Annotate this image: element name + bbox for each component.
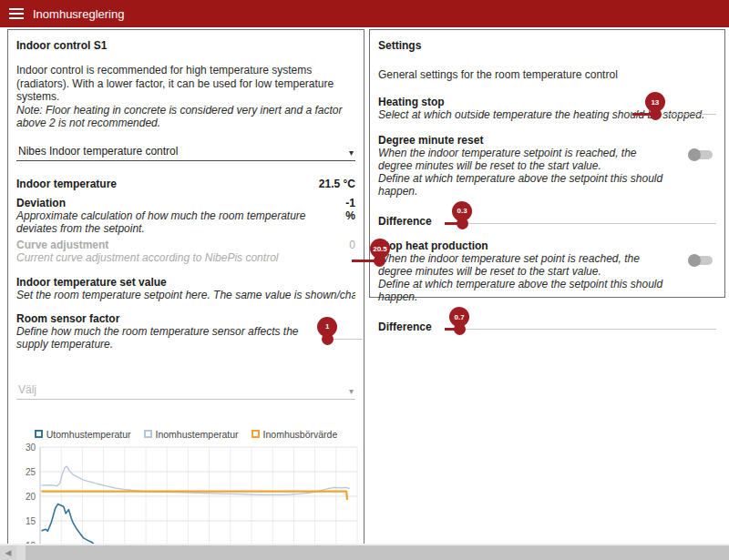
- degree-minute-reset-row: Degree minute reset When the indoor temp…: [378, 134, 716, 199]
- room-sensor-factor-slider[interactable]: 1: [323, 339, 363, 341]
- control-mode-value: Nibes Indoor temperature control: [18, 145, 178, 158]
- degree-minute-reset-label: Degree minute reset: [378, 134, 673, 147]
- room-sensor-factor-row: Room sensor factor Define how much the r…: [16, 312, 355, 343]
- control-mode-select[interactable]: Nibes Indoor temperature control ▾: [16, 143, 355, 161]
- set-value-description: Set the room temperature setpoint here. …: [16, 289, 355, 301]
- stop-heat-production-toggle[interactable]: [688, 256, 713, 265]
- settings-title: Settings: [378, 39, 716, 52]
- heating-stop-slider[interactable]: 13: [632, 114, 716, 116]
- svg-text:15: 15: [26, 515, 36, 525]
- heating-stop-value-badge: 13: [645, 92, 665, 112]
- svg-text:25: 25: [26, 466, 36, 476]
- legend-label-outdoor: Utomhustemperatur: [46, 429, 131, 440]
- set-value-row: Indoor temperature set value Set the roo…: [16, 276, 355, 301]
- indoor-temperature-value: 21.5 °C: [319, 178, 355, 190]
- difference-1-label: Difference: [378, 215, 432, 228]
- curve-adjustment-description: Current curve adjustment according to Ni…: [16, 251, 278, 264]
- svg-text:20: 20: [26, 491, 36, 501]
- deviation-row: Deviation Approximate calculation of how…: [16, 197, 355, 235]
- set-value-label: Indoor temperature set value: [16, 276, 355, 289]
- legend-item-indoor[interactable]: Inomhustemperatur: [144, 429, 239, 440]
- deviation-label: Deviation: [16, 197, 317, 209]
- toggle-knob: [688, 254, 701, 267]
- stop-heat-production-row: Stop heat production When the indoor tem…: [378, 239, 716, 304]
- deviation-unit: %: [328, 209, 355, 222]
- degree-minute-reset-description-1: When the indoor temperature setpoint is …: [378, 147, 673, 172]
- legend-item-setpoint[interactable]: Inomhusbörvärde: [252, 429, 338, 440]
- left-panel-title: Indoor control S1: [16, 39, 355, 52]
- horizontal-scrollbar[interactable]: ◀: [0, 544, 729, 560]
- set-value-badge: 20.5: [370, 239, 390, 259]
- legend-item-outdoor[interactable]: Utomhustemperatur: [35, 429, 131, 440]
- deviation-description: Approximate calculation of how much the …: [16, 209, 317, 235]
- room-sensor-factor-description: Define how much the room temperature sen…: [16, 325, 317, 351]
- svg-text:30: 30: [26, 442, 36, 452]
- heating-stop-label: Heating stop: [378, 96, 716, 108]
- indoor-control-panel: Indoor control S1 Indoor control is reco…: [7, 29, 364, 560]
- chart-legend: Utomhustemperatur Inomhustemperatur Inom…: [16, 429, 355, 440]
- difference-1-value-badge: 0.3: [452, 201, 472, 221]
- stop-heat-production-label: Stop heat production: [378, 239, 673, 252]
- difference-2-label: Difference: [378, 321, 432, 333]
- legend-swatch-outdoor: [35, 430, 43, 438]
- chevron-down-icon: ▾: [349, 387, 354, 396]
- degree-minute-reset-description-2: Define at which temperature above the se…: [378, 172, 673, 198]
- deviation-value: -1: [328, 197, 355, 209]
- chevron-down-icon: ▾: [349, 148, 354, 158]
- room-sensor-factor-value-badge: 1: [317, 317, 337, 337]
- room-sensor-factor-label: Room sensor factor: [16, 312, 355, 325]
- heating-stop-row: Heating stop Select at which outside tem…: [378, 96, 716, 123]
- stop-heat-production-description-2: Define at which temperature above the se…: [378, 278, 673, 303]
- indoor-control-note: Note: Floor heating in concrete is consi…: [16, 104, 355, 129]
- indoor-temperature-row: Indoor temperature 21.5 °C: [16, 178, 355, 190]
- degree-minute-reset-toggle[interactable]: [688, 150, 713, 159]
- extra-select[interactable]: Välj ▾: [16, 382, 355, 400]
- difference-row-2: Difference 0.7: [378, 321, 716, 333]
- settings-subtitle: General settings for the room temperatur…: [378, 68, 716, 81]
- legend-label-indoor: Inomhustemperatur: [156, 429, 239, 440]
- stop-heat-production-description-1: When the indoor temperature set point is…: [378, 252, 673, 278]
- toggle-knob: [688, 148, 701, 161]
- curve-adjustment-label: Curve adjustment: [16, 239, 278, 251]
- curve-adjustment-row: Curve adjustment Current curve adjustmen…: [16, 239, 355, 264]
- settings-panel: Settings General settings for the room t…: [369, 29, 725, 298]
- temperature-chart: Utomhustemperatur Inomhustemperatur Inom…: [16, 429, 355, 560]
- legend-label-setpoint: Inomhusbörvärde: [263, 429, 338, 440]
- legend-swatch-setpoint: [252, 430, 260, 438]
- indoor-control-intro: Indoor control is recommended for high t…: [16, 64, 355, 104]
- scroll-left-icon[interactable]: ◀: [0, 545, 16, 560]
- scrollbar-thumb[interactable]: [26, 545, 729, 560]
- app-header: Inomhusreglering: [0, 0, 729, 27]
- difference-row-1: Difference 0.3: [378, 215, 716, 228]
- menu-icon[interactable]: [9, 8, 24, 19]
- legend-swatch-indoor: [144, 430, 152, 438]
- set-value-slider[interactable]: 20.5: [352, 239, 394, 271]
- chart-plot-area: 051015202530: [16, 442, 355, 560]
- difference-2-value-badge: 0.7: [449, 307, 469, 327]
- difference-1-slider[interactable]: 0.3: [445, 223, 716, 225]
- indoor-temperature-label: Indoor temperature: [16, 178, 117, 190]
- difference-2-slider[interactable]: 0.7: [445, 329, 716, 331]
- extra-select-placeholder: Välj: [18, 383, 36, 396]
- page-title: Inomhusreglering: [33, 7, 124, 21]
